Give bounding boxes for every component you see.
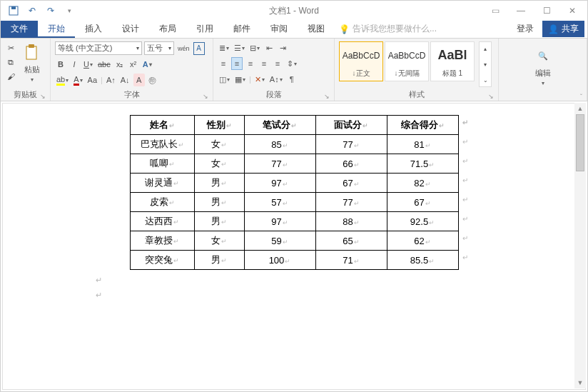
- dec-indent-icon[interactable]: ⇤: [263, 41, 275, 54]
- shrink-font-icon[interactable]: A↓: [119, 74, 131, 86]
- table-header[interactable]: 面试分: [315, 116, 387, 135]
- style-heading1[interactable]: AaBl标题 1: [430, 41, 475, 81]
- clear-format-icon[interactable]: A: [133, 74, 145, 86]
- table-cell[interactable]: 呱唧: [130, 154, 194, 174]
- subscript-button[interactable]: x₂: [114, 58, 126, 71]
- tab-references[interactable]: 引用: [186, 19, 223, 38]
- maximize-icon[interactable]: ☐: [540, 6, 553, 16]
- table-cell[interactable]: 88: [315, 212, 387, 231]
- table-cell[interactable]: 突突兔: [130, 251, 194, 270]
- style-nospacing[interactable]: AaBbCcD↓无间隔: [385, 41, 429, 81]
- document-area[interactable]: 姓名性别笔试分面试分综合得分↵ 巴克队长女857781↵呱唧女776671.5↵…: [2, 103, 586, 390]
- redo-icon[interactable]: ↷: [45, 5, 56, 16]
- highlight-icon[interactable]: ab: [55, 74, 70, 86]
- styles-down-icon[interactable]: ▾: [480, 58, 491, 71]
- table-header[interactable]: 综合得分↵: [387, 116, 458, 135]
- save-icon[interactable]: [8, 5, 19, 16]
- table-cell[interactable]: 97: [244, 174, 315, 193]
- align-right-icon[interactable]: ≡: [245, 57, 256, 70]
- table-cell[interactable]: 59: [244, 231, 315, 251]
- scroll-down-icon[interactable]: ▼: [574, 377, 586, 388]
- align-left-icon[interactable]: ≡: [218, 57, 229, 70]
- tab-mailings[interactable]: 邮件: [223, 19, 260, 38]
- tell-me[interactable]: 💡告诉我您想要做什么...: [339, 20, 437, 38]
- show-marks-icon[interactable]: ¶: [286, 73, 298, 86]
- italic-button[interactable]: I: [69, 58, 80, 71]
- table-cell[interactable]: 77: [315, 193, 387, 212]
- table-cell[interactable]: 100: [244, 251, 315, 270]
- multilevel-icon[interactable]: ⊟: [248, 41, 261, 54]
- line-spacing-icon[interactable]: ⇕: [285, 57, 298, 70]
- strike-button[interactable]: abc: [96, 58, 112, 71]
- table-row[interactable]: 突突兔男1007185.5↵: [130, 251, 458, 270]
- superscript-button[interactable]: x²: [128, 58, 139, 71]
- scroll-thumb[interactable]: [576, 114, 584, 171]
- scroll-up-icon[interactable]: ▲: [574, 103, 586, 114]
- tab-design[interactable]: 设计: [112, 19, 149, 38]
- table-cell[interactable]: 达西西: [130, 212, 194, 231]
- table-header[interactable]: 笔试分: [244, 116, 315, 135]
- table-cell[interactable]: 男: [194, 251, 244, 270]
- table-cell[interactable]: 巴克队长: [130, 135, 194, 154]
- numbering-icon[interactable]: ☰: [233, 41, 246, 54]
- editing-button[interactable]: 🔍 编辑 ▾: [530, 45, 556, 88]
- text-effects-icon[interactable]: A: [141, 58, 153, 71]
- table-cell[interactable]: 71.5↵: [387, 154, 458, 174]
- table-row[interactable]: 呱唧女776671.5↵: [130, 154, 458, 174]
- format-painter-icon[interactable]: 🖌: [5, 70, 16, 83]
- char-shading-icon[interactable]: Aa: [86, 74, 98, 86]
- font-size-select[interactable]: 五号▾: [144, 41, 174, 55]
- table-row[interactable]: 达西西男978892.5↵: [130, 212, 458, 231]
- dialog-launcher-icon[interactable]: ↘: [488, 93, 494, 100]
- align-center-icon[interactable]: ≡: [231, 57, 243, 70]
- tab-insert[interactable]: 插入: [75, 19, 112, 38]
- table-cell[interactable]: 皮索: [130, 193, 194, 212]
- table-cell[interactable]: 66: [315, 154, 387, 174]
- underline-button[interactable]: U: [82, 58, 94, 71]
- table-row[interactable]: 章教授女596562↵: [130, 231, 458, 251]
- bullets-icon[interactable]: ≣: [218, 41, 230, 54]
- table-cell[interactable]: 男: [194, 193, 244, 212]
- scroll-track[interactable]: [574, 114, 586, 377]
- dialog-launcher-icon[interactable]: ↘: [324, 93, 330, 100]
- tab-home[interactable]: 开始: [38, 19, 75, 38]
- table-cell[interactable]: 81↵: [387, 135, 458, 154]
- bold-button[interactable]: B: [55, 58, 66, 71]
- style-normal[interactable]: AaBbCcD↓正文: [339, 41, 383, 81]
- document-table[interactable]: 姓名性别笔试分面试分综合得分↵ 巴克队长女857781↵呱唧女776671.5↵…: [130, 115, 459, 270]
- table-cell[interactable]: 女: [194, 135, 244, 154]
- char-border-icon[interactable]: A: [193, 42, 205, 55]
- cut-icon[interactable]: ✂: [5, 41, 16, 54]
- tab-review[interactable]: 审阅: [260, 19, 298, 38]
- table-cell[interactable]: 章教授: [130, 231, 194, 251]
- table-cell[interactable]: 65: [315, 231, 387, 251]
- table-cell[interactable]: 82↵: [387, 174, 458, 193]
- justify-icon[interactable]: ≡: [258, 57, 270, 70]
- minimize-icon[interactable]: —: [514, 6, 527, 16]
- phonetic-guide-icon[interactable]: wén: [176, 42, 191, 55]
- table-cell[interactable]: 62↵: [387, 231, 458, 251]
- qat-more-icon[interactable]: ▾: [64, 5, 75, 16]
- vertical-scrollbar[interactable]: ▲ ▼: [574, 103, 586, 388]
- table-row[interactable]: 皮索男577767↵: [130, 193, 458, 212]
- table-cell[interactable]: 71: [315, 251, 387, 270]
- undo-icon[interactable]: ↶: [26, 5, 38, 16]
- table-cell[interactable]: 92.5↵: [387, 212, 458, 231]
- tab-view[interactable]: 视图: [298, 19, 335, 38]
- table-row[interactable]: 谢灵通男976782↵: [130, 174, 458, 193]
- close-icon[interactable]: ✕: [566, 6, 579, 16]
- dialog-launcher-icon[interactable]: ↘: [203, 93, 208, 100]
- table-cell[interactable]: 57: [244, 193, 315, 212]
- ribbon-options-icon[interactable]: ▭: [489, 6, 502, 16]
- table-cell[interactable]: 谢灵通: [130, 174, 194, 193]
- styles-up-icon[interactable]: ▴: [480, 42, 491, 55]
- table-header[interactable]: 性别: [194, 116, 244, 135]
- table-header[interactable]: 姓名: [130, 116, 194, 135]
- tab-file[interactable]: 文件: [1, 19, 38, 38]
- table-cell[interactable]: 77: [315, 135, 387, 154]
- enclose-char-icon[interactable]: ㊞: [147, 74, 158, 86]
- styles-more-icon[interactable]: ⌄: [480, 74, 491, 86]
- shading-icon[interactable]: ◫: [218, 73, 231, 86]
- paste-button[interactable]: 粘贴 ▾: [19, 41, 45, 84]
- sort-icon[interactable]: ✕: [253, 73, 266, 86]
